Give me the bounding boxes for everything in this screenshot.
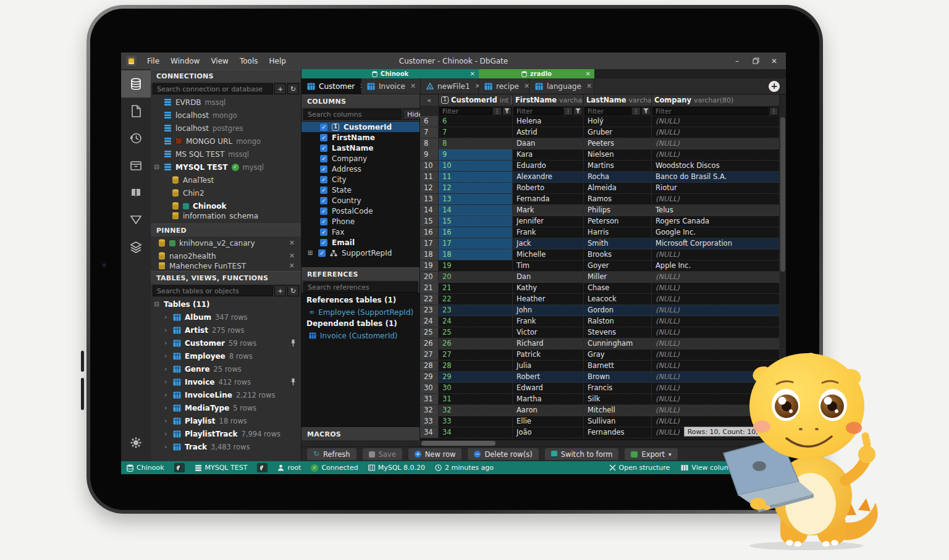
row-header[interactable]: 27 [420, 349, 439, 360]
database-item[interactable]: Chin2 [151, 186, 301, 199]
expander-icon[interactable]: ⊟ [153, 164, 160, 170]
menu-item-tools[interactable]: Tools [234, 57, 264, 65]
cell-firstname[interactable]: Victor [513, 327, 584, 338]
columns-search-input[interactable] [303, 109, 402, 120]
cell-customerid[interactable]: 30 [439, 383, 513, 393]
filter-menu-icon[interactable]: ⋮ [492, 107, 502, 115]
cell-firstname[interactable]: Aaron [513, 405, 584, 416]
checkbox-checked-icon[interactable]: ✓ [320, 228, 327, 236]
cell-lastname[interactable]: Holý [584, 116, 652, 127]
pin-icon[interactable] [290, 339, 296, 347]
cell-customerid[interactable]: 7 [439, 127, 513, 138]
cell-firstname[interactable]: Alexandre [513, 172, 584, 182]
tab-customer[interactable]: Customer✕ [302, 78, 361, 94]
cell-customerid[interactable]: 21 [439, 283, 513, 293]
tables-search-input[interactable] [153, 285, 273, 296]
cell-lastname[interactable]: Harris [584, 227, 652, 238]
rail-file-icon[interactable] [121, 98, 151, 125]
cell-customerid[interactable]: 32 [439, 405, 513, 416]
cell-customerid[interactable]: 13 [439, 194, 513, 204]
chevron-right-icon[interactable]: › [164, 313, 169, 321]
cell-lastname[interactable]: Philips [584, 205, 652, 215]
cell-lastname[interactable]: Mitchell [584, 405, 652, 416]
cell-firstname[interactable]: Astrid [513, 127, 584, 138]
delete-row-s--button[interactable]: −Delete row(s) [468, 448, 538, 460]
row-header[interactable]: 26 [420, 338, 439, 349]
cell-lastname[interactable]: Peeters [584, 138, 652, 149]
unpin-close-icon[interactable]: ✕ [289, 262, 295, 269]
cell-firstname[interactable]: Daan [513, 138, 584, 149]
reference-link-employee[interactable]: ∞ Employee (SupportRepId) [306, 306, 415, 318]
tables-group[interactable]: ⊟Tables (11) [151, 298, 301, 311]
refresh-connections-button[interactable]: ↻ [287, 83, 299, 94]
add-connection-button[interactable]: + [274, 83, 286, 94]
tab-invoice[interactable]: Invoice✕ [361, 78, 421, 94]
grid-column-header[interactable]: 1CustomerIdint▾ [439, 94, 513, 106]
tab-language[interactable]: language✕ [529, 78, 594, 94]
cell-company[interactable]: Google Inc. [652, 227, 780, 238]
table-row[interactable]: ›Playlist18 rows [151, 414, 301, 427]
cell-customerid[interactable]: 14 [439, 205, 513, 215]
cell-company[interactable]: (NULL) [652, 194, 780, 204]
row-header[interactable]: 13 [420, 194, 439, 204]
cell-lastname[interactable]: Miller [584, 272, 652, 282]
cell-firstname[interactable]: João [513, 427, 584, 438]
checkbox-checked-icon[interactable]: ✓ [320, 134, 327, 141]
row-header[interactable]: 28 [420, 361, 439, 371]
cell-lastname[interactable]: Goyer [584, 261, 652, 271]
database-item[interactable]: AnalTest [151, 173, 301, 186]
reference-link-invoice[interactable]: Invoice (CustomerId) [306, 330, 415, 341]
cell-company[interactable]: Woodstock Discos [652, 161, 780, 171]
cell-company[interactable]: Rogers Canada [652, 216, 780, 227]
tab-newfile1[interactable]: newFile1✕ [421, 78, 479, 94]
cell-customerid[interactable]: 22 [439, 294, 513, 304]
rail-settings-gear-icon[interactable] [121, 429, 151, 456]
connection-item[interactable]: MONGO URLmongo [151, 135, 301, 148]
cell-lastname[interactable]: Cunningham [584, 338, 652, 349]
column-check-item[interactable]: ✓FirstName [302, 132, 420, 143]
filter-input[interactable] [513, 107, 563, 115]
row-header[interactable]: 8 [420, 138, 439, 149]
chevron-right-icon[interactable]: › [164, 339, 169, 347]
close-group-icon[interactable]: ✕ [470, 70, 475, 77]
table-row[interactable]: ›Track3,483 rows [151, 440, 301, 453]
checkbox-checked-icon[interactable]: ✓ [320, 207, 327, 215]
connection-item[interactable]: MS SQL TESTmssql [151, 148, 301, 161]
close-tab-icon[interactable]: ✕ [410, 82, 416, 90]
cell-customerid[interactable]: 15 [439, 216, 513, 227]
expand-plus-icon[interactable]: ⊞ [306, 249, 314, 256]
filter-input[interactable] [584, 107, 631, 115]
row-header[interactable]: 16 [420, 227, 439, 238]
database-item[interactable]: information_schema [151, 212, 301, 219]
rail-archive-icon[interactable] [121, 152, 151, 179]
cell-customerid[interactable]: 33 [439, 416, 513, 427]
cell-lastname[interactable]: Rocha [584, 172, 652, 182]
chevron-right-icon[interactable]: › [164, 430, 169, 438]
cell-company[interactable]: Microsoft Corporation [652, 238, 780, 249]
cell-firstname[interactable]: Martha [513, 394, 584, 404]
collapse-columns-button[interactable]: « [420, 94, 439, 106]
grid-column-header[interactable]: LastNamevarcha▾ [584, 94, 652, 106]
cell-firstname[interactable]: Eduardo [513, 161, 584, 171]
tab-group-chinook[interactable]: Chinook✕ [302, 69, 479, 78]
cell-customerid[interactable]: 10 [439, 161, 513, 171]
export-button[interactable]: Export▾ [625, 448, 677, 460]
row-header[interactable]: 30 [420, 383, 439, 393]
checkbox-checked-icon[interactable]: ✓ [320, 218, 327, 225]
row-header[interactable]: 12 [420, 183, 439, 193]
cell-company[interactable]: (NULL) [652, 138, 780, 149]
cell-lastname[interactable]: Ralston [584, 316, 652, 327]
connection-item[interactable]: localhostpostgres [151, 122, 301, 135]
refresh-tables-button[interactable]: ↻ [287, 285, 299, 296]
cell-firstname[interactable]: Tim [513, 261, 584, 271]
cell-lastname[interactable]: Martins [584, 161, 652, 171]
cell-lastname[interactable]: Silk [584, 394, 652, 404]
cell-customerid[interactable]: 12 [439, 183, 513, 193]
column-check-item[interactable]: ⊞✓SupportRepId [302, 248, 420, 258]
cell-lastname[interactable]: Peterson [584, 216, 652, 227]
cell-firstname[interactable]: Kara [513, 149, 584, 160]
cell-company[interactable]: (NULL) [652, 127, 780, 138]
expander-icon[interactable]: ⊟ [153, 301, 160, 307]
cell-customerid[interactable]: 24 [439, 316, 513, 327]
cell-customerid[interactable]: 18 [439, 249, 513, 260]
